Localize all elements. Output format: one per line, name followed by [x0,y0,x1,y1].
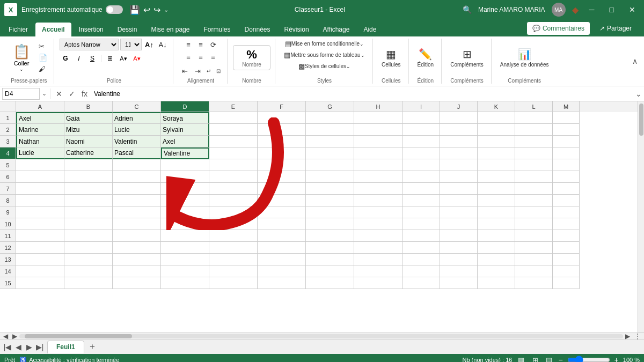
row-number-5[interactable]: 5 [0,159,16,171]
cell-J6[interactable] [440,171,478,183]
row-number-15[interactable]: 15 [0,277,16,289]
cell-H3[interactable] [354,136,402,147]
cell-J14[interactable] [440,265,478,277]
cell-K9[interactable] [478,206,515,218]
autosave-toggle[interactable] [106,5,123,14]
cell-B9[interactable] [64,206,113,218]
cell-M7[interactable] [553,183,580,195]
bold-button[interactable]: G [60,53,71,64]
cell-F15[interactable] [258,277,306,289]
cell-F4[interactable] [258,147,306,159]
cell-J1[interactable] [440,112,478,124]
cell-G4[interactable] [306,147,354,159]
cell-F12[interactable] [258,242,306,254]
close-button[interactable]: ✕ [625,4,640,15]
cell-I5[interactable] [402,159,440,171]
cell-H8[interactable] [354,195,402,206]
cell-E2[interactable] [209,124,258,136]
commentaires-button[interactable]: 💬 Commentaires [526,21,590,35]
vertical-scrollbar[interactable] [638,101,644,333]
cell-D4[interactable]: Valentine [161,147,209,159]
tab-accueil[interactable]: Accueil [35,23,71,36]
cell-I4[interactable] [402,147,440,159]
cell-B4[interactable]: Catherine [64,147,113,159]
cell-I12[interactable] [402,242,440,254]
cell-J7[interactable] [440,183,478,195]
cell-D9[interactable] [161,206,209,218]
cell-L7[interactable] [515,183,553,195]
cell-F2[interactable] [258,124,306,136]
cell-G12[interactable] [306,242,354,254]
cell-B15[interactable] [64,277,113,289]
cell-B7[interactable] [64,183,113,195]
page-layout-button[interactable]: ⊞ [530,355,540,362]
cell-M14[interactable] [553,265,580,277]
maximize-button[interactable]: □ [605,4,618,15]
cell-M11[interactable] [553,230,580,242]
cell-A1[interactable]: Axel [16,112,64,124]
cell-K10[interactable] [478,218,515,230]
cell-A4[interactable]: Lucie [16,147,64,159]
cell-L14[interactable] [515,265,553,277]
cell-H7[interactable] [354,183,402,195]
col-header-G[interactable]: G [306,101,354,112]
cell-I6[interactable] [402,171,440,183]
cell-A15[interactable] [16,277,64,289]
row-number-11[interactable]: 11 [0,230,16,242]
zoom-slider[interactable] [567,356,610,362]
cell-B12[interactable] [64,242,113,254]
row-number-14[interactable]: 14 [0,265,16,277]
cell-K6[interactable] [478,171,515,183]
tab-revision[interactable]: Révision [278,23,316,36]
cell-G3[interactable] [306,136,354,147]
merge-center[interactable]: ⊡ [214,65,223,77]
cell-E9[interactable] [209,206,258,218]
fill-color-button[interactable]: A▾ [118,53,129,64]
cell-J13[interactable] [440,254,478,265]
cell-H6[interactable] [354,171,402,183]
copier-button[interactable]: 📄 [36,53,49,63]
search-icon[interactable]: 🔍 [463,5,472,14]
cell-L8[interactable] [515,195,553,206]
cell-C3[interactable]: Valentin [113,136,161,147]
cell-L11[interactable] [515,230,553,242]
tab-mise-en-page[interactable]: Mise en page [144,23,196,36]
cell-A12[interactable] [16,242,64,254]
sheet-nav-first[interactable]: |◀ [2,342,13,352]
cell-D5[interactable] [161,159,209,171]
cell-D2[interactable]: Sylvain [161,124,209,136]
cell-I8[interactable] [402,195,440,206]
cell-G7[interactable] [306,183,354,195]
cell-L12[interactable] [515,242,553,254]
align-top-left[interactable]: ≡ [182,39,194,50]
cell-F6[interactable] [258,171,306,183]
font-name-select[interactable]: Aptos Narrow [60,39,119,50]
cell-J3[interactable] [440,136,478,147]
cell-M13[interactable] [553,254,580,265]
partager-button[interactable]: ↗ Partager [594,21,638,35]
cell-A6[interactable] [16,171,64,183]
cell-I2[interactable] [402,124,440,136]
cell-M3[interactable] [553,136,580,147]
col-header-D[interactable]: D [161,101,209,112]
undo-icon[interactable]: ↩ [143,5,150,15]
col-header-M[interactable]: M [553,101,580,112]
cell-B10[interactable] [64,218,113,230]
cell-K11[interactable] [478,230,515,242]
cell-D10[interactable] [161,218,209,230]
cell-C7[interactable] [113,183,161,195]
cell-E8[interactable] [209,195,258,206]
indent-decrease[interactable]: ⇤ [179,65,191,77]
cell-I13[interactable] [402,254,440,265]
scroll-right-button[interactable]: ▶ [10,333,19,340]
cell-C15[interactable] [113,277,161,289]
cell-M5[interactable] [553,159,580,171]
row-number-6[interactable]: 6 [0,171,16,183]
cell-H1[interactable] [354,112,402,124]
cell-C6[interactable] [113,171,161,183]
cell-E3[interactable] [209,136,258,147]
cell-A8[interactable] [16,195,64,206]
cell-G8[interactable] [306,195,354,206]
save-icon[interactable]: 💾 [129,5,140,15]
cell-reference-input[interactable] [2,88,40,100]
